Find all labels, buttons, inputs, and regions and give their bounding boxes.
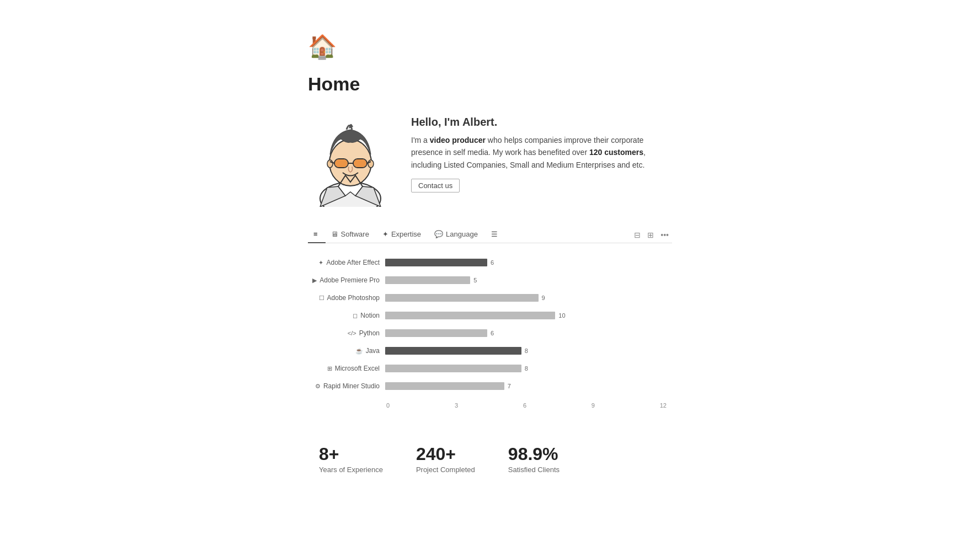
chart-container: ✦Adobe After Effect6▶Adobe Premiere Pro5… xyxy=(308,256,672,418)
chart-label: ◻Notion xyxy=(308,312,385,319)
chart-label-text: Python xyxy=(359,329,380,337)
software-tab-label: Software xyxy=(341,230,369,238)
chart-label-text: Rapid Miner Studio xyxy=(323,382,380,390)
tabs-bar: ≡ 🖥 Software ✦ Expertise 💬 Language ☰ ⊟ … xyxy=(308,227,672,243)
chart-label-text: Microsoft Excel xyxy=(335,365,380,372)
chart-label: ☕Java xyxy=(308,347,385,355)
expertise-tab-icon: ✦ xyxy=(382,230,388,238)
chart-label: ☐Adobe Photoshop xyxy=(308,294,385,302)
intro-section: Hello, I'm Albert. I'm a video producer … xyxy=(308,110,672,207)
chart-bar-value: 6 xyxy=(491,330,499,336)
stat-projects-label: Project Completed xyxy=(416,466,475,474)
chart-bar xyxy=(385,294,539,302)
page-title: Home xyxy=(308,73,672,95)
stats-section: 8+ Years of Experience 240+ Project Comp… xyxy=(308,444,672,474)
chart-label-icon: ✦ xyxy=(318,259,323,266)
chart-label-icon: ⚙ xyxy=(315,383,321,390)
chart-row: ⊞Microsoft Excel8 xyxy=(308,362,668,375)
chart-bar-area: 8 xyxy=(385,365,668,372)
chart-label: ▶Adobe Premiere Pro xyxy=(308,276,385,284)
chart-label: </>Python xyxy=(308,329,385,337)
intro-text: Hello, I'm Albert. I'm a video producer … xyxy=(411,110,672,192)
chart-bar-area: 6 xyxy=(385,259,668,266)
svg-rect-6 xyxy=(335,159,348,167)
svg-point-4 xyxy=(368,160,374,168)
language-tab-label: Language xyxy=(446,230,478,238)
tab-actions: ⊟ ⊞ ••• xyxy=(633,229,672,240)
chart-label: ✦Adobe After Effect xyxy=(308,259,385,266)
svg-rect-8 xyxy=(354,159,366,167)
chart-bar-value: 9 xyxy=(542,295,551,301)
intro-greeting: Hello, I'm Albert. xyxy=(411,116,672,129)
chart-label-text: Java xyxy=(366,347,380,355)
chart-bar-value: 5 xyxy=(473,277,482,283)
chart-bar-area: 7 xyxy=(385,382,668,390)
chart-bar xyxy=(385,276,470,284)
filter-icon[interactable]: ⊟ xyxy=(633,229,642,240)
chart-bar-area: 8 xyxy=(385,347,668,355)
home-icon: 🏠 xyxy=(308,33,672,60)
chart-label-icon: ☐ xyxy=(319,295,324,302)
chart-label-text: Notion xyxy=(360,312,380,319)
stat-projects-number: 240+ xyxy=(416,444,475,464)
chart-row: ⚙Rapid Miner Studio7 xyxy=(308,380,668,392)
chart-tab-icon: ≡ xyxy=(313,230,318,238)
chart-label: ⊞Microsoft Excel xyxy=(308,365,385,372)
svg-point-3 xyxy=(327,160,333,168)
chart-label-text: Adobe Premiere Pro xyxy=(319,276,380,284)
tab-chart[interactable]: ≡ xyxy=(308,227,326,243)
stat-projects: 240+ Project Completed xyxy=(416,444,475,474)
contact-button[interactable]: Contact us xyxy=(411,179,460,192)
chart-row: ▶Adobe Premiere Pro5 xyxy=(308,274,668,286)
chart-bar xyxy=(385,382,504,390)
chart-label-icon: </> xyxy=(348,330,356,336)
chart-bar-value: 10 xyxy=(558,312,567,319)
chart-bar-value: 7 xyxy=(508,383,516,389)
stat-clients-label: Satisfied Clients xyxy=(508,466,560,474)
tab-list[interactable]: ☰ xyxy=(486,227,505,243)
chart-bar-area: 6 xyxy=(385,329,668,337)
expertise-tab-label: Expertise xyxy=(391,230,421,238)
software-tab-icon: 🖥 xyxy=(331,230,338,238)
chart-bar-value: 8 xyxy=(525,365,534,372)
chart-label-icon: ⊞ xyxy=(327,365,332,372)
chart-bar-area: 9 xyxy=(385,294,668,302)
list-tab-icon: ☰ xyxy=(491,230,498,238)
stat-clients: 98.9% Satisfied Clients xyxy=(508,444,560,474)
chart-label-icon: ▶ xyxy=(312,277,317,284)
chart-bar xyxy=(385,259,487,266)
sort-icon[interactable]: ⊞ xyxy=(646,229,655,240)
chart-label-icon: ◻ xyxy=(353,312,358,319)
stat-experience-number: 8+ xyxy=(319,444,383,464)
language-tab-icon: 💬 xyxy=(434,230,443,238)
chart-row: ◻Notion10 xyxy=(308,309,668,322)
tab-expertise[interactable]: ✦ Expertise xyxy=(377,227,429,243)
stat-clients-number: 98.9% xyxy=(508,444,560,464)
chart-bar-value: 8 xyxy=(525,347,534,354)
chart-bar xyxy=(385,329,487,337)
chart-bar-area: 10 xyxy=(385,312,668,319)
chart-bar xyxy=(385,347,521,355)
chart-x-labels: 0 3 6 9 12 xyxy=(385,402,668,409)
stat-experience: 8+ Years of Experience xyxy=(319,444,383,474)
chart-label: ⚙Rapid Miner Studio xyxy=(308,382,385,390)
chart-bar xyxy=(385,312,555,319)
tab-language[interactable]: 💬 Language xyxy=(429,227,486,243)
avatar xyxy=(308,110,393,207)
more-icon[interactable]: ••• xyxy=(659,229,670,240)
chart-bar xyxy=(385,365,521,372)
chart-x-axis: 0 3 6 9 12 xyxy=(385,398,668,409)
chart-row: ☕Java8 xyxy=(308,345,668,357)
chart-bar-area: 5 xyxy=(385,276,668,284)
page-wrapper: 🏠 Home xyxy=(297,0,683,507)
chart-label-icon: ☕ xyxy=(355,347,363,355)
chart-label-text: Adobe Photoshop xyxy=(327,294,380,302)
tab-software[interactable]: 🖥 Software xyxy=(326,227,377,243)
intro-description: I'm a video producer who helps companies… xyxy=(411,134,672,171)
chart-row: </>Python6 xyxy=(308,327,668,339)
chart-row: ☐Adobe Photoshop9 xyxy=(308,292,668,304)
chart-rows: ✦Adobe After Effect6▶Adobe Premiere Pro5… xyxy=(308,256,668,392)
stat-experience-label: Years of Experience xyxy=(319,466,383,474)
chart-label-text: Adobe After Effect xyxy=(326,259,380,266)
chart-row: ✦Adobe After Effect6 xyxy=(308,256,668,269)
